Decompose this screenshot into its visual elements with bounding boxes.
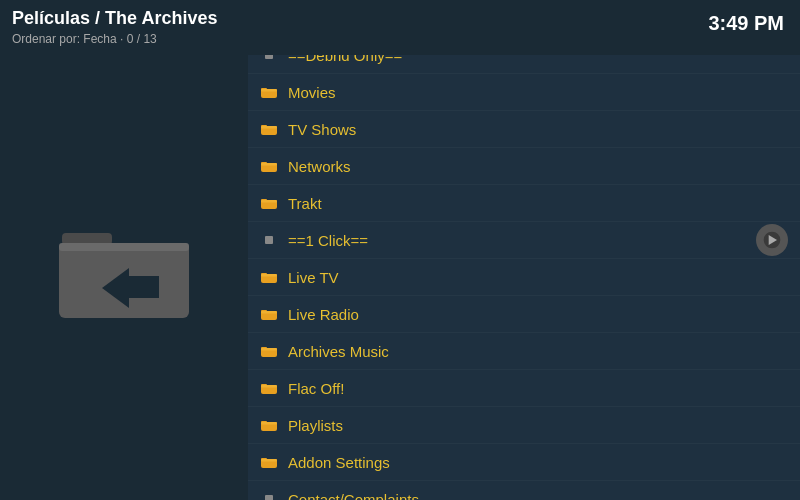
folder-icon: [260, 455, 278, 469]
folder-icon: [260, 307, 278, 321]
item-label: Contact/Complaints: [288, 492, 419, 501]
list-item[interactable]: Networks: [248, 148, 800, 185]
svg-rect-10: [261, 126, 277, 129]
svg-rect-26: [261, 348, 277, 351]
list-item[interactable]: Trakt: [248, 185, 800, 222]
item-label: Networks: [288, 159, 351, 174]
item-label: Archives Music: [288, 344, 389, 359]
item-label: Playlists: [288, 418, 343, 433]
item-label: Trakt: [288, 196, 322, 211]
bullet-icon: [260, 233, 278, 247]
folder-icon: [260, 85, 278, 99]
list-item[interactable]: Live TV: [248, 259, 800, 296]
clock-display: 3:49 PM: [708, 12, 784, 35]
folder-icon: [260, 381, 278, 395]
folder-icon: [54, 213, 194, 327]
folder-icon: [260, 122, 278, 136]
list-item[interactable]: Movies: [248, 74, 800, 111]
svg-rect-13: [261, 163, 277, 166]
header: Películas / The Archives Ordenar por: Fe…: [0, 0, 800, 55]
list-item[interactable]: Playlists: [248, 407, 800, 444]
list-item[interactable]: Contact/Complaints: [248, 481, 800, 500]
item-label: ==1 Click==: [288, 233, 368, 248]
bullet-icon: [260, 492, 278, 500]
list-item[interactable]: Live Radio: [248, 296, 800, 333]
left-panel: [0, 0, 248, 500]
list-item[interactable]: Flac Off!: [248, 370, 800, 407]
sort-info: Ordenar por: Fecha · 0 / 13: [12, 32, 217, 46]
svg-rect-2: [59, 243, 189, 251]
list-item[interactable]: TV Shows: [248, 111, 800, 148]
svg-rect-29: [261, 385, 277, 388]
item-label: Live TV: [288, 270, 339, 285]
list-item[interactable]: Addon Settings: [248, 444, 800, 481]
svg-rect-16: [261, 200, 277, 203]
item-label: Movies: [288, 85, 336, 100]
list-item[interactable]: Archives Music: [248, 333, 800, 370]
svg-rect-23: [261, 311, 277, 314]
folder-icon: [260, 270, 278, 284]
folder-icon: [260, 159, 278, 173]
right-panel: ..==Debrid Only== Movies TV Shows Networ…: [248, 0, 800, 500]
svg-rect-7: [261, 89, 277, 92]
svg-rect-4: [129, 276, 159, 298]
svg-rect-35: [261, 459, 277, 462]
page-title: Películas / The Archives: [12, 8, 217, 30]
svg-rect-20: [261, 274, 277, 277]
list-item[interactable]: ==1 Click==: [248, 222, 800, 259]
svg-rect-32: [261, 422, 277, 425]
folder-icon: [260, 196, 278, 210]
folder-icon: [260, 344, 278, 358]
addon-icon: [756, 224, 788, 256]
item-label: Live Radio: [288, 307, 359, 322]
item-label: TV Shows: [288, 122, 356, 137]
item-label: Flac Off!: [288, 381, 344, 396]
folder-icon: [260, 418, 278, 432]
item-label: Addon Settings: [288, 455, 390, 470]
